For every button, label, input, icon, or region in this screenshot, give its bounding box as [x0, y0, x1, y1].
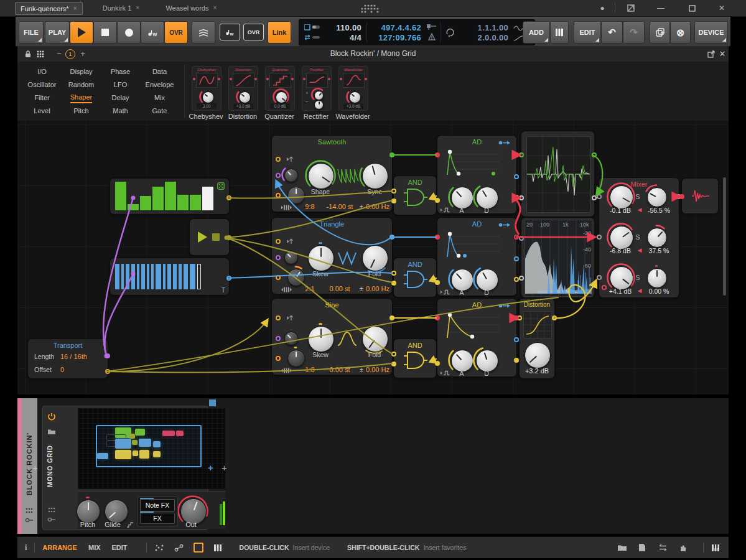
retrigger-icon[interactable]: [498, 222, 511, 228]
grid-cell[interactable]: [162, 431, 175, 436]
mixer-strips-icon[interactable]: [213, 544, 222, 552]
grid-cell[interactable]: [139, 439, 151, 447]
edit-menu-button[interactable]: EDIT: [574, 21, 601, 44]
sync-knob[interactable]: [358, 159, 391, 192]
mixer-input-port[interactable]: [597, 235, 602, 240]
ad-end-port[interactable]: [514, 277, 519, 282]
audio-out-input-port[interactable]: [679, 194, 684, 199]
and-module[interactable]: AND: [394, 176, 436, 215]
gate-bar[interactable]: [141, 264, 145, 289]
and-input2-port[interactable]: [391, 362, 396, 366]
loop-start-value[interactable]: 1.1.1.00: [460, 23, 508, 32]
fx-slot[interactable]: FX: [140, 513, 175, 524]
oscilloscope-module[interactable]: [521, 131, 594, 217]
palette-module-chebyshev[interactable]: Chebyshev3.00: [192, 66, 221, 111]
category-phase[interactable]: Phase: [101, 65, 140, 78]
stop-button[interactable]: [93, 21, 117, 44]
distortion-module[interactable]: Distortion +3.2 dB: [520, 299, 554, 378]
maximize-button[interactable]: [686, 2, 698, 14]
ratio-input-port[interactable]: [276, 356, 281, 361]
semitone-value[interactable]: 0.00 st: [319, 366, 360, 373]
gain-value[interactable]: -0.1 dB: [603, 207, 638, 214]
trigger-output-port[interactable]: [226, 235, 231, 240]
palette-module-wavefolder[interactable]: Wavefolder+3.0 dB: [338, 66, 368, 111]
palette-module-rectifier[interactable]: Rectifier+−: [302, 66, 332, 111]
cable-icon[interactable]: [174, 544, 184, 552]
grid-cell[interactable]: [129, 434, 135, 439]
info-icon[interactable]: i: [25, 543, 27, 553]
scope-thru2-port[interactable]: [592, 195, 597, 200]
clip-automation-write-toggle[interactable]: w: [220, 24, 240, 40]
playhead-position-value[interactable]: 497.4.4.62: [369, 23, 421, 32]
gate-bar[interactable]: [179, 264, 182, 289]
shape-knob[interactable]: [304, 159, 337, 192]
link-button[interactable]: Link: [268, 21, 291, 44]
trigger-module[interactable]: [190, 219, 229, 255]
ad-envelope-module[interactable]: ADAD: [437, 299, 516, 376]
dice-icon[interactable]: [217, 182, 225, 190]
overdub-button[interactable]: OVR: [164, 21, 188, 44]
and-input2-port[interactable]: [391, 198, 396, 203]
tab-close-icon[interactable]: ×: [213, 4, 217, 11]
and-input1-port[interactable]: [391, 352, 396, 357]
gate-bar[interactable]: [156, 264, 161, 289]
loop-icon[interactable]: [445, 27, 456, 37]
mono-grid-device[interactable]: MONO GRID Pitch Glide Out Note FX FX: [42, 406, 208, 530]
gate-bar[interactable]: [151, 264, 154, 289]
device-drag-icon[interactable]: [48, 507, 55, 513]
trigger-stop-icon[interactable]: [212, 233, 220, 241]
category-io[interactable]: I/O: [22, 65, 62, 78]
project-tab[interactable]: Dunkirk 1×: [98, 2, 144, 14]
ad-end-port[interactable]: [514, 358, 519, 363]
ratio-value[interactable]: 1:8: [298, 366, 322, 373]
mixer-extra-port[interactable]: [602, 285, 607, 290]
gain-value[interactable]: +4.1 dB: [603, 287, 638, 295]
grid-cell[interactable]: [153, 451, 161, 457]
grid-cell[interactable]: [153, 441, 161, 447]
fold-knob[interactable]: [358, 322, 391, 355]
pitch-input-port[interactable]: [276, 239, 281, 244]
ad-output-port[interactable]: [514, 315, 519, 320]
and-input1-port[interactable]: [391, 189, 396, 194]
file-icon[interactable]: [638, 543, 646, 552]
fold-knob[interactable]: [358, 241, 391, 274]
metronome-icon[interactable]: [427, 33, 437, 40]
ad-end-port[interactable]: [514, 195, 519, 200]
automation-write-button[interactable]: w: [141, 21, 164, 44]
clip-overdub-toggle[interactable]: OVR: [243, 24, 264, 40]
loop-toggle-icon[interactable]: [304, 24, 320, 30]
ad-signal-input-port[interactable]: [435, 152, 440, 157]
offset-value[interactable]: 0: [60, 366, 64, 373]
pan-value[interactable]: 0.00 %: [641, 287, 676, 295]
retrigger-icon[interactable]: [498, 140, 511, 146]
play-menu-button[interactable]: PLAY: [45, 21, 70, 44]
spectrum-input2-port[interactable]: [519, 276, 524, 281]
palette-module-distortion[interactable]: Distortion+3.0 dB: [228, 66, 258, 111]
spectrum-input1-port[interactable]: [519, 236, 524, 241]
steps-bars[interactable]: [115, 182, 216, 210]
punch-in-icon[interactable]: [426, 24, 437, 30]
add-before-button[interactable]: +: [32, 462, 38, 473]
scatter-icon[interactable]: [154, 544, 164, 552]
and-module[interactable]: AND: [394, 258, 436, 297]
pitch-input-port[interactable]: [276, 315, 281, 320]
step-bar[interactable]: [177, 195, 189, 210]
mixer-pan-knob[interactable]: [643, 184, 669, 210]
gate-bar[interactable]: [147, 264, 149, 289]
fm-input-port[interactable]: [276, 255, 281, 260]
record-button[interactable]: [117, 21, 141, 44]
gate-bar[interactable]: [163, 264, 166, 289]
follow-playback-icon[interactable]: [304, 34, 320, 40]
gates-bars[interactable]: [115, 264, 216, 289]
and-module[interactable]: AND: [394, 339, 436, 378]
automation-layers-button[interactable]: [192, 21, 215, 44]
sine-output-port[interactable]: [389, 315, 394, 320]
category-oscillator[interactable]: Oscillator: [22, 78, 62, 91]
tab-close-icon[interactable]: ×: [136, 4, 139, 11]
semitone-value[interactable]: -14.00 st: [319, 203, 360, 210]
ad-output-port[interactable]: [514, 152, 519, 157]
pitch-input-port[interactable]: [276, 157, 281, 162]
pan-value[interactable]: -56.5 %: [641, 207, 676, 214]
project-tab[interactable]: Funk-quencers*×: [15, 2, 83, 15]
gate-bar[interactable]: [167, 264, 171, 289]
